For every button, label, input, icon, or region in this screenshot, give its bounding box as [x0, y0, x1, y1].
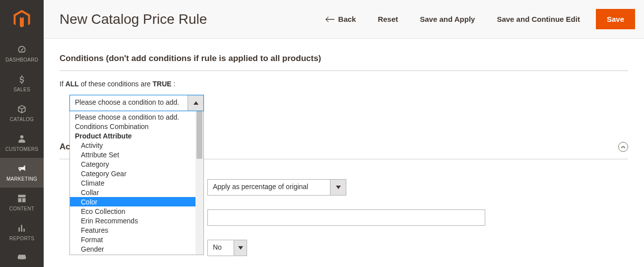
sidebar-item-content[interactable]: CONTENT	[0, 188, 44, 217]
triangle-up-icon	[193, 101, 198, 105]
save-continue-button[interactable]: Save and Continue Edit	[486, 10, 591, 28]
condition-option[interactable]: Category Gear	[70, 169, 195, 178]
sidebar-item-reports[interactable]: REPORTS	[0, 217, 44, 247]
discard-field-row: No	[207, 240, 628, 256]
discard-select-text: No	[208, 240, 234, 256]
condition-option: Product Attribute	[70, 131, 195, 140]
sidebar-label: REPORTS	[9, 236, 34, 241]
discard-select[interactable]: No	[207, 240, 247, 256]
condition-option[interactable]: Collar	[70, 188, 195, 197]
condition-select-text: Please choose a condition to add.	[70, 95, 188, 111]
condition-option[interactable]: Features	[70, 225, 195, 235]
arrow-left-icon	[325, 16, 334, 23]
condition-option[interactable]: Climate	[70, 178, 195, 188]
discard-select-toggle[interactable]	[234, 240, 247, 256]
condition-option[interactable]: Erin Recommends	[70, 216, 195, 225]
condition-select-box[interactable]: Please choose a condition to add.	[69, 95, 204, 111]
sidebar-item-sales[interactable]: SALES	[0, 68, 44, 98]
condition-option[interactable]: Please choose a condition to add.	[70, 112, 195, 122]
condition-option[interactable]: Activity	[70, 140, 195, 150]
page-title: New Catalog Price Rule	[60, 11, 315, 27]
magento-logo[interactable]	[0, 0, 44, 39]
sidebar-item-customers[interactable]: CUSTOMERS	[0, 128, 44, 158]
apply-select-toggle[interactable]	[330, 180, 346, 195]
chevron-up-icon	[621, 145, 626, 149]
magento-logo-icon	[13, 10, 30, 29]
save-continue-label: Save and Continue Edit	[497, 15, 580, 23]
dollar-icon	[16, 74, 27, 84]
reset-button[interactable]: Reset	[367, 10, 409, 28]
condition-option[interactable]: Conditions Combination	[70, 122, 195, 131]
apply-field-row: Apply as percentage of original	[207, 179, 628, 196]
sidebar-item-marketing[interactable]: MARKETING	[0, 158, 44, 188]
condition-select[interactable]: Please choose a condition to add. Please…	[69, 95, 204, 111]
collapse-icon[interactable]	[618, 142, 628, 152]
back-label: Back	[338, 15, 356, 23]
box-icon	[16, 104, 27, 114]
sidebar-label: SALES	[13, 87, 30, 92]
triangle-down-icon	[336, 186, 341, 189]
sidebar-label: CATALOG	[10, 117, 34, 122]
condition-option[interactable]: Color	[70, 197, 195, 206]
conditions-summary-line: If ALL of these conditions are TRUE :	[60, 80, 628, 88]
dropdown-scrollbar[interactable]	[195, 111, 203, 255]
sidebar-label: MARKETING	[6, 176, 37, 182]
save-button[interactable]: Save	[596, 9, 635, 29]
actions-section-label: Ac	[60, 142, 70, 152]
back-button[interactable]: Back	[315, 10, 367, 28]
sidebar-item-stores[interactable]	[0, 247, 44, 267]
layout-icon	[16, 194, 27, 203]
aggregator-all[interactable]: ALL	[65, 80, 79, 88]
reset-label: Reset	[378, 15, 398, 23]
main-content: New Catalog Price Rule Back Reset Save a…	[44, 0, 644, 267]
condition-dropdown-list: Please choose a condition to add.Conditi…	[70, 111, 195, 255]
discount-amount-input[interactable]	[207, 209, 485, 226]
main-panel: Conditions (don't add conditions if rule…	[44, 39, 644, 267]
sidebar-item-dashboard[interactable]: DASHBOARD	[0, 39, 44, 68]
condition-option[interactable]: Category	[70, 159, 195, 169]
save-apply-label: Save and Apply	[420, 15, 475, 23]
chart-icon	[16, 223, 27, 233]
condition-option[interactable]: Format	[70, 235, 195, 244]
apply-select[interactable]: Apply as percentage of original	[207, 179, 346, 196]
admin-sidebar: DASHBOARD SALES CATALOG CUSTOMERS MARKET…	[0, 0, 44, 267]
condition-option[interactable]: Attribute Set	[70, 150, 195, 159]
apply-select-text: Apply as percentage of original	[208, 180, 330, 195]
triangle-down-icon	[238, 246, 243, 250]
condition-option[interactable]: Eco Collection	[70, 206, 195, 216]
condition-dropdown: Please choose a condition to add.Conditi…	[69, 111, 204, 255]
sidebar-label: CUSTOMERS	[5, 146, 38, 152]
save-apply-button[interactable]: Save and Apply	[409, 10, 486, 28]
person-icon	[16, 134, 27, 144]
dashboard-icon	[16, 45, 27, 55]
condition-select-toggle[interactable]	[188, 95, 203, 111]
stores-icon	[16, 253, 27, 263]
page-header: New Catalog Price Rule Back Reset Save a…	[44, 0, 644, 39]
toolbar-actions: Back Reset Save and Apply Save and Conti…	[315, 9, 644, 29]
value-true[interactable]: TRUE	[153, 80, 172, 88]
sidebar-label: DASHBOARD	[5, 57, 38, 63]
dropdown-scrollbar-thumb[interactable]	[196, 111, 202, 159]
condition-option[interactable]: Gender	[70, 244, 195, 254]
conditions-section-title: Conditions (don't add conditions if rule…	[60, 54, 628, 71]
megaphone-icon	[16, 164, 27, 174]
sidebar-item-catalog[interactable]: CATALOG	[0, 98, 44, 128]
discount-field-row	[207, 209, 628, 226]
sidebar-label: CONTENT	[9, 206, 34, 211]
